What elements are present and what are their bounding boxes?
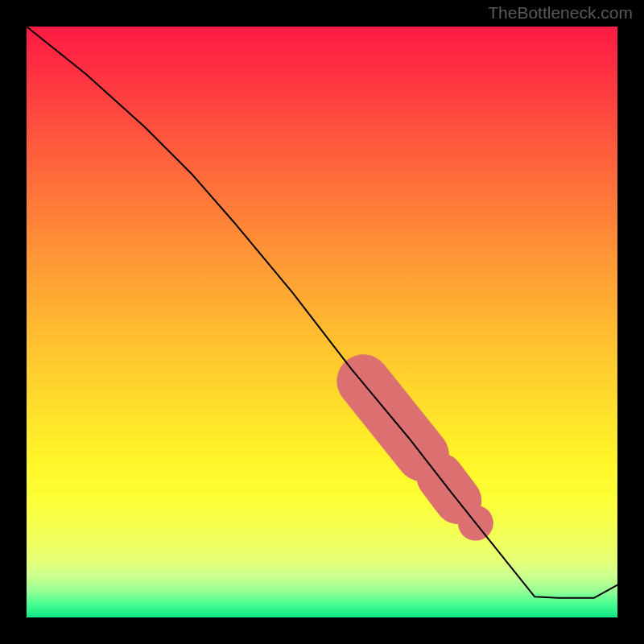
gradient-background bbox=[27, 27, 617, 617]
watermark-text: TheBottleneck.com bbox=[488, 3, 633, 23]
chart-container: TheBottleneck.com bbox=[0, 0, 644, 644]
plot-area bbox=[27, 27, 617, 617]
